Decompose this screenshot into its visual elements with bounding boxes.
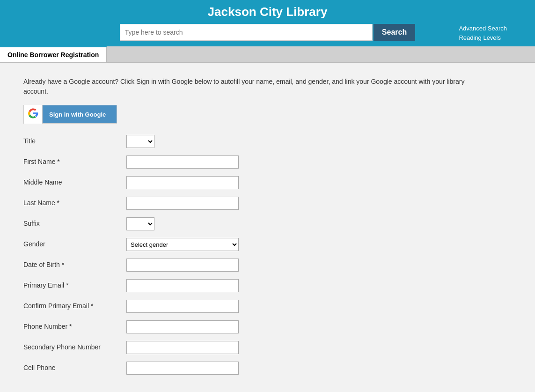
label-primary-email: Primary Email * bbox=[23, 281, 126, 290]
form-row-first-name: First Name * bbox=[23, 155, 398, 169]
form-row-primary-email: Primary Email * bbox=[23, 279, 398, 292]
form-row-title: Title bbox=[23, 135, 398, 148]
label-cell-phone: Cell Phone bbox=[23, 363, 126, 373]
form-row-suffix: Suffix bbox=[23, 217, 398, 230]
label-first-name: First Name * bbox=[23, 157, 126, 167]
form-row-confirm-email: Confirm Primary Email * bbox=[23, 300, 398, 313]
first-name-input[interactable] bbox=[126, 155, 239, 169]
gender-select[interactable]: Select gender Male Female Other Prefer n… bbox=[126, 238, 239, 251]
form-row-secondary-phone: Secondary Phone Number bbox=[23, 341, 398, 354]
title-select[interactable] bbox=[126, 135, 154, 148]
label-phone: Phone Number * bbox=[23, 322, 126, 332]
reading-levels-link[interactable]: Reading Levels bbox=[459, 33, 501, 43]
label-gender: Gender bbox=[23, 240, 126, 249]
site-title: Jackson City Library bbox=[0, 5, 535, 19]
registration-form: Title First Name * Middle Name Last Name… bbox=[23, 135, 398, 375]
last-name-input[interactable] bbox=[126, 197, 239, 210]
middle-name-input[interactable] bbox=[126, 176, 239, 189]
form-row-phone: Phone Number * bbox=[23, 320, 398, 333]
google-signin-button[interactable]: Sign in with Google bbox=[23, 105, 117, 124]
form-row-dob: Date of Birth * bbox=[23, 259, 398, 272]
search-input[interactable] bbox=[120, 24, 373, 41]
nav-item-registration[interactable]: Online Borrower Registration bbox=[0, 46, 107, 62]
secondary-phone-input[interactable] bbox=[126, 341, 239, 354]
main-content: Already have a Google account? Click Sig… bbox=[0, 63, 535, 392]
label-last-name: Last Name * bbox=[23, 199, 126, 208]
form-row-cell-phone: Cell Phone bbox=[23, 362, 398, 375]
label-confirm-email: Confirm Primary Email * bbox=[23, 302, 126, 311]
form-row-last-name: Last Name * bbox=[23, 197, 398, 210]
label-middle-name: Middle Name bbox=[23, 178, 126, 187]
label-title: Title bbox=[23, 137, 126, 146]
header: Jackson City Library Search Advanced Sea… bbox=[0, 0, 535, 46]
form-row-gender: Gender Select gender Male Female Other P… bbox=[23, 238, 398, 251]
google-g-icon bbox=[28, 108, 38, 121]
confirm-email-input[interactable] bbox=[126, 300, 239, 313]
search-links: Advanced Search Reading Levels bbox=[459, 24, 507, 42]
label-dob: Date of Birth * bbox=[23, 260, 126, 270]
google-logo-box bbox=[24, 105, 43, 124]
label-suffix: Suffix bbox=[23, 219, 126, 229]
search-button[interactable]: Search bbox=[374, 24, 415, 41]
cell-phone-input[interactable] bbox=[126, 362, 239, 375]
google-signin-label: Sign in with Google bbox=[43, 105, 117, 123]
primary-email-input[interactable] bbox=[126, 279, 239, 292]
phone-input[interactable] bbox=[126, 320, 239, 333]
nav-bar: Online Borrower Registration bbox=[0, 46, 535, 63]
search-row: Search Advanced Search Reading Levels bbox=[0, 24, 535, 41]
google-info-text: Already have a Google account? Click Sig… bbox=[23, 77, 473, 96]
label-secondary-phone: Secondary Phone Number bbox=[23, 343, 126, 352]
advanced-search-link[interactable]: Advanced Search bbox=[459, 24, 507, 33]
dob-input[interactable] bbox=[126, 259, 239, 272]
suffix-select[interactable] bbox=[126, 217, 154, 230]
form-row-middle-name: Middle Name bbox=[23, 176, 398, 189]
